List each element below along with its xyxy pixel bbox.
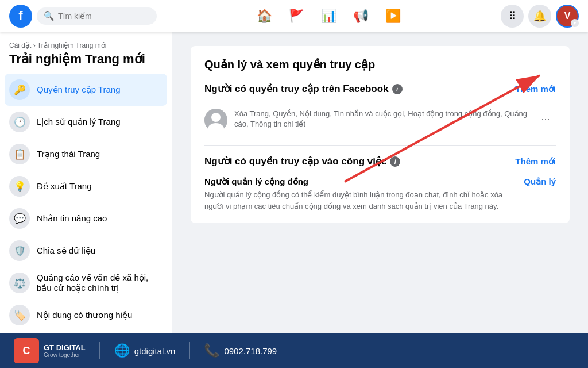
topnav: f 🔍 🏠 🚩 📊 📢 ▶️ ⠿ 🔔 V: [0, 0, 588, 32]
globe-icon: 🌐: [114, 343, 130, 358]
user-row: Xóa Trang, Quyền, Nội dung, Tin nhắn và …: [204, 104, 556, 136]
sidebar-item-chia-se[interactable]: 🛡️ Chia sẻ dữ liệu: [5, 235, 167, 267]
brand-tagline: Grow together: [44, 352, 86, 358]
user-avatar: [204, 109, 227, 132]
sidebar-icon-lich-su: 🕐: [9, 112, 30, 132]
sidebar-icon-quang-cao: ⚖️: [9, 273, 30, 293]
section1-them-moi-btn[interactable]: Thêm mới: [515, 84, 556, 94]
footer-website[interactable]: 🌐 gtdigital.vn: [114, 343, 176, 358]
phone-icon: 📞: [204, 343, 219, 358]
footer: C GT DIGITAL Grow together 🌐 gtdigital.v…: [0, 334, 588, 368]
video-nav-btn[interactable]: 📊: [315, 2, 343, 30]
play-nav-btn[interactable]: ▶️: [380, 2, 407, 30]
topnav-center: 🏠 🚩 📊 📢 ▶️: [157, 2, 501, 30]
section2-title: Người có quyền truy cập vào công việc: [204, 155, 386, 167]
sidebar-item-quang-cao[interactable]: ⚖️ Quảng cáo về vấn đề xã hội, bầu cử ho…: [5, 267, 167, 299]
content-section-main: Quản lý và xem quyền truy cập Người có q…: [191, 46, 570, 223]
section2-header-left: Người có quyền truy cập vào công việc i: [204, 155, 400, 167]
footer-brand-text: GT DIGITAL Grow together: [44, 343, 86, 358]
search-icon: 🔍: [44, 11, 55, 21]
sidebar: Cài đặt › Trải nghiệm Trang mới Trải ngh…: [0, 32, 172, 334]
community-desc: Người quản lý cộng đồng có thể kiểm duyệ…: [204, 189, 514, 212]
footer-phone-label: 0902.718.799: [224, 346, 277, 356]
brand-name: GT DIGITAL: [44, 343, 86, 352]
section2-info-icon[interactable]: i: [390, 156, 400, 167]
svg-text:f: f: [18, 9, 23, 23]
sidebar-icon-chia-se: 🛡️: [9, 240, 30, 261]
main-title: Quản lý và xem quyền truy cập: [204, 57, 556, 71]
sidebar-label-noi-dung: Nội dung có thương hiệu: [37, 310, 132, 320]
divider: [204, 145, 556, 146]
breadcrumb-current: Trải nghiệm Trang mới: [37, 41, 107, 49]
sidebar-icon-quyen-truy-cap: 🔑: [9, 79, 30, 100]
sidebar-label-lich-su: Lịch sử quản lý Trang: [37, 117, 121, 127]
search-box[interactable]: 🔍: [37, 7, 157, 25]
home-nav-btn[interactable]: 🏠: [251, 2, 278, 30]
topnav-left: f 🔍: [9, 5, 157, 28]
sidebar-item-noi-dung[interactable]: 🏷️ Nội dung có thương hiệu: [5, 299, 167, 331]
notification-btn[interactable]: 🔔: [528, 5, 551, 28]
footer-website-label: gtdigital.vn: [134, 346, 176, 356]
sidebar-label-de-xuat: Đề xuất Trang: [37, 181, 92, 191]
sidebar-item-de-xuat[interactable]: 💡 Đề xuất Trang: [5, 170, 167, 202]
user-info: Xóa Trang, Quyền, Nội dung, Tin nhắn và …: [234, 109, 528, 129]
user-permissions: Xóa Trang, Quyền, Nội dung, Tin nhắn và …: [234, 109, 528, 129]
breadcrumb-separator: ›: [33, 41, 37, 49]
footer-divider-2: [189, 342, 190, 359]
facebook-logo[interactable]: f: [9, 5, 32, 28]
sidebar-title: Trải nghiệm Trang mới: [5, 52, 167, 74]
flag-nav-btn[interactable]: 🚩: [283, 2, 311, 30]
grid-menu-btn[interactable]: ⠿: [501, 5, 524, 28]
section2-header: Người có quyền truy cập vào công việc i …: [204, 155, 556, 167]
svg-point-3: [211, 113, 220, 122]
sidebar-label-nhan-tin: Nhắn tin nâng cao: [37, 213, 107, 224]
svg-text:C: C: [23, 345, 30, 356]
sidebar-label-quang-cao: Quảng cáo về vấn đề xã hội, bầu cử hoặc …: [37, 273, 163, 293]
footer-brand: C GT DIGITAL Grow together: [14, 338, 86, 363]
sidebar-icon-trang-thai: 📋: [9, 144, 30, 164]
sidebar-icon-de-xuat: 💡: [9, 176, 30, 197]
sidebar-item-nhan-tin[interactable]: 💬 Nhắn tin nâng cao: [5, 202, 167, 235]
section1-header-left: Người có quyền truy cập trên Facebook i: [204, 83, 403, 95]
sidebar-label-chia-se: Chia sẻ dữ liệu: [37, 246, 95, 256]
megaphone-nav-btn[interactable]: 📢: [347, 2, 375, 30]
gt-logo-icon: C: [14, 338, 39, 363]
community-section: Người quản lý cộng đồng Người quản lý cộ…: [204, 177, 556, 212]
search-input[interactable]: [58, 12, 150, 21]
content-area: Quản lý và xem quyền truy cập Người có q…: [172, 32, 588, 334]
breadcrumb-parent[interactable]: Cài đặt: [9, 41, 31, 49]
sidebar-icon-noi-dung: 🏷️: [9, 305, 30, 325]
footer-phone[interactable]: 📞 0902.718.799: [204, 343, 277, 358]
user-avatar-btn[interactable]: V: [556, 5, 579, 28]
main-layout: Cài đặt › Trải nghiệm Trang mới Trải ngh…: [0, 32, 588, 334]
breadcrumb: Cài đặt › Trải nghiệm Trang mới: [5, 41, 167, 52]
sidebar-label-trang-thai: Trạng thái Trang: [37, 149, 100, 159]
section1-info-icon[interactable]: i: [392, 84, 403, 94]
community-info: Người quản lý cộng đồng Người quản lý cộ…: [204, 177, 514, 212]
section2-them-moi-btn[interactable]: Thêm mới: [515, 156, 556, 167]
user-more-btn[interactable]: ···: [535, 109, 556, 129]
community-title: Người quản lý cộng đồng: [204, 177, 514, 187]
sidebar-item-quyen-truy-cap[interactable]: 🔑 Quyền truy cập Trang: [5, 74, 167, 106]
footer-divider-1: [99, 342, 100, 359]
section1-title: Người có quyền truy cập trên Facebook: [204, 83, 389, 95]
topnav-right: ⠿ 🔔 V: [501, 5, 579, 28]
section1-header: Người có quyền truy cập trên Facebook i …: [204, 83, 556, 95]
sidebar-label-quyen-truy-cap: Quyền truy cập Trang: [37, 85, 121, 95]
sidebar-item-trang-thai[interactable]: 📋 Trạng thái Trang: [5, 138, 167, 170]
sidebar-icon-nhan-tin: 💬: [9, 208, 30, 229]
sidebar-item-lich-su[interactable]: 🕐 Lịch sử quản lý Trang: [5, 106, 167, 138]
quan-ly-btn[interactable]: Quản lý: [524, 177, 556, 187]
